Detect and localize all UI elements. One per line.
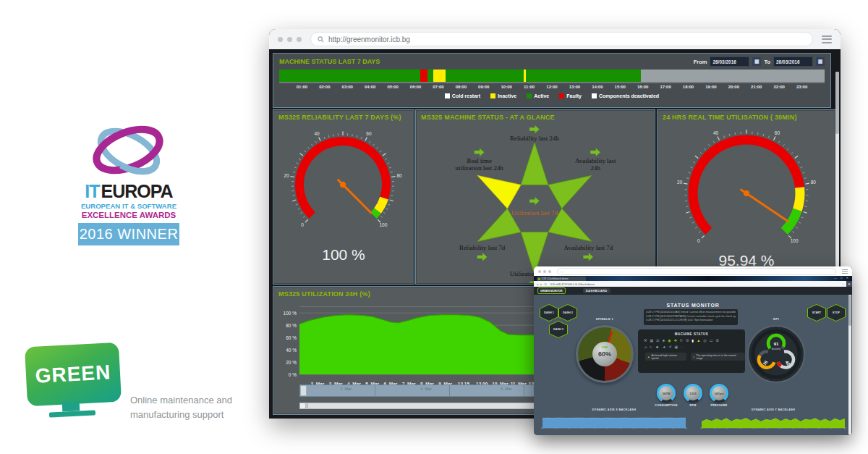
overlay-address-bar[interactable]: ○ <box>557 268 836 275</box>
knob-value: 347W <box>659 386 673 400</box>
kpi-label: KPI <box>747 317 805 321</box>
browser-menu-icon[interactable] <box>822 33 832 45</box>
green-logo-stand <box>62 401 80 411</box>
axis-x-backlash-title: DYNAMIC AXIS X BACKLASH <box>540 408 689 411</box>
to-calendar-icon[interactable]: ▦ <box>816 57 825 66</box>
gear-icon: ⚙ <box>686 339 689 342</box>
log-line: 4:28:17 PM [20150312/CL5 DRIVE] DcD: Syn… <box>646 319 736 323</box>
alert-pill-normal: ● The operating time is in the normal ra… <box>691 353 745 361</box>
swap-icon: ⇄ <box>656 339 659 342</box>
reliability-gauge-title: MS325 RELIABILITY LAST 7 DAYS (%) <box>273 110 414 121</box>
tab-favicon <box>538 278 540 280</box>
machine-status-icons-row2: ◅∿☻◄↺▣◌ <box>644 345 745 349</box>
legend-label: Cold restart <box>452 93 480 98</box>
axis-y-backlash-chart <box>699 413 848 431</box>
green-monitor-brand[interactable]: GREEN MONITOR <box>537 287 566 294</box>
overlay-scrollbar[interactable] <box>848 295 851 435</box>
browser-menu-icon[interactable] <box>842 268 848 274</box>
navigator-handle[interactable] <box>300 385 307 396</box>
svg-text:0: 0 <box>697 238 700 243</box>
window-maximize-button[interactable] <box>297 37 302 42</box>
legend-swatch <box>592 93 597 98</box>
navigator-label: 4. Mar <box>420 387 432 391</box>
chat-icon: ◌ <box>681 345 683 349</box>
from-date-input[interactable]: 26/03/2016 <box>710 56 749 67</box>
scroll-left-button[interactable] <box>299 403 306 409</box>
hour-label: 21:00 <box>751 85 762 89</box>
award-subtitle-2: EXCELLENCE AWARDS <box>78 211 179 219</box>
navigator-cell-border <box>375 385 375 396</box>
arrow-icon <box>477 253 488 261</box>
kpi-availability-label: Availability <box>772 348 781 350</box>
timeline-segment <box>446 70 524 82</box>
y-axis-label: 60 % <box>278 335 297 340</box>
inner-url-text[interactable]: ff.ff.a68.47/VGhl.LG.4/dashdemo <box>550 282 841 286</box>
bookmark-icon[interactable]: ☆ <box>841 282 844 286</box>
tab-strip: ICB | Dashboard demo — □ ✕ <box>534 276 852 281</box>
window-controls[interactable]: — □ ✕ <box>834 276 850 279</box>
award-winner-banner: 2016 WINNER <box>78 223 179 245</box>
from-calendar-icon[interactable]: ▦ <box>752 57 761 66</box>
spindle-load-label: LOAD <box>592 346 617 349</box>
hour-label: 15:00 <box>615 85 626 89</box>
award-title-europa: EUROPA <box>101 182 173 201</box>
overlay-browser-window: ○ ICB | Dashboard demo — □ ✕ ◂ ▸ ↻ ff.ff… <box>534 266 852 435</box>
hex-button-label: DASH 1 <box>540 305 558 321</box>
knob-value: 147psi <box>712 386 726 400</box>
hour-label: 06:00 <box>410 85 421 89</box>
nav-buttons[interactable]: ◂ ▸ ↻ <box>537 282 548 286</box>
reliability-gauge-panel: MS325 RELIABILITY LAST 7 DAYS (%) 020406… <box>273 109 414 285</box>
hex-button-dash-3[interactable]: DASH 3 <box>549 321 568 338</box>
award-title: IT EUROPA <box>78 182 179 201</box>
page-scrollbar-thumb[interactable] <box>835 72 839 134</box>
hour-label: 11:00 <box>524 85 535 89</box>
legend-item: Faulty <box>559 93 582 98</box>
navigator-cell-border <box>524 385 524 396</box>
browser-tab[interactable]: ICB | Dashboard demo <box>537 277 586 281</box>
legend-item: Cold restart <box>445 93 480 98</box>
svg-text:60: 60 <box>775 130 780 135</box>
overlay-scrollbar-thumb[interactable] <box>848 295 851 326</box>
knob-value: 1233 <box>686 386 700 400</box>
ok-dot-icon: ● <box>693 356 694 358</box>
hour-label: 19:00 <box>705 85 716 89</box>
timeline-legend: Cold restartInactiveActiveFaultyComponen… <box>273 93 830 98</box>
label-realtime-util-2: utilization last 24h <box>456 164 504 172</box>
legend-swatch <box>559 93 564 98</box>
spindle-value-text: 60% <box>598 350 611 358</box>
svg-text:40: 40 <box>713 130 719 135</box>
window-close-button[interactable] <box>278 37 283 42</box>
wave-icon: ∿ <box>650 345 652 349</box>
status-timeline <box>279 70 825 83</box>
nav-dashboard[interactable]: DASHBOARD <box>583 288 610 293</box>
timeline-segment <box>526 70 641 82</box>
legend-label: Faulty <box>566 93 582 98</box>
address-bar[interactable]: http://greenmonitor.icb.bg <box>310 32 813 46</box>
hex-button-label: DASH 3 <box>550 321 567 337</box>
kpi-gauge: 91 Availability 76 42 <box>747 325 805 383</box>
overlay-chrome-bar: ○ <box>534 266 852 276</box>
event-log: 4:28:17 PM [20160321/DIAG] Infeed: Contr… <box>644 309 738 325</box>
to-date-input[interactable]: 26/03/2016 <box>773 56 813 67</box>
window-maximize-button[interactable] <box>548 270 551 273</box>
glance-star-diagram: Reliability last 24h Availability last 2… <box>416 121 653 283</box>
legend-item: Inactive <box>490 93 516 98</box>
green-logo-base <box>49 410 95 417</box>
to-label: To <box>764 59 770 65</box>
window-minimize-button[interactable] <box>543 270 546 273</box>
label-realtime-util-1: Real time <box>467 157 491 164</box>
tools-icon: ⚒ <box>644 339 647 342</box>
hour-label: 20:00 <box>728 85 739 89</box>
browser-settings-icon[interactable]: ☰ <box>846 281 852 287</box>
window-close-button[interactable] <box>538 270 541 273</box>
hour-label: 01:00 <box>297 85 307 89</box>
svg-text:0: 0 <box>301 222 304 227</box>
hex-button-label: START <box>808 305 825 321</box>
hour-label: 09:00 <box>478 85 489 89</box>
hour-label: 08:00 <box>456 85 467 89</box>
hour-label: 07:00 <box>433 85 443 89</box>
hour-label: 02:00 <box>319 85 330 89</box>
hour-label: 14:00 <box>592 85 603 89</box>
window-minimize-button[interactable] <box>287 37 292 42</box>
machine-status-box: MACHINE STATUS ⚒▦⇄◈◉✚↻⚙▮▲◎▭☰ ◅∿☻◄↺▣◌ ▲ A… <box>638 329 745 373</box>
